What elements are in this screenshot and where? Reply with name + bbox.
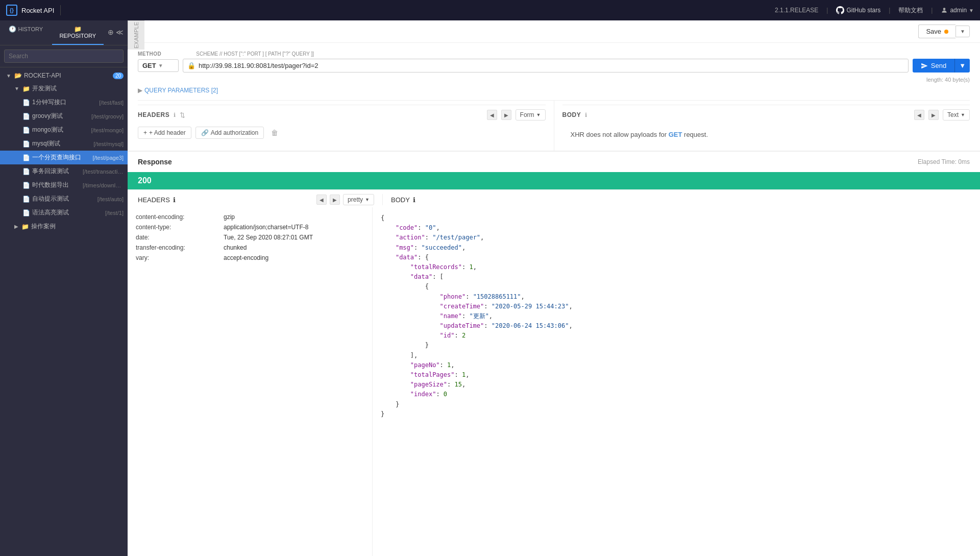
tree-root[interactable]: ▼ 📂 ROCKET-API 20: [0, 69, 128, 82]
resp-header-val-te: chunked: [224, 244, 247, 251]
tree-item-times[interactable]: 📄 时代数据导出 [/times/download]: [0, 178, 128, 192]
tab-history[interactable]: 🕐 HISTORY: [0, 20, 52, 45]
folder-icon2: 📁: [22, 85, 30, 92]
tree-item-groovy[interactable]: 📄 groovy测试 [/test/groovy]: [0, 109, 128, 123]
tree-item-pager-path: [/test/page3]: [92, 155, 124, 161]
tree-item-1min[interactable]: 📄 1分钟写接口 [/test/fast]: [0, 95, 128, 109]
save-dropdown-button[interactable]: ▼: [955, 26, 970, 37]
copy-icon[interactable]: ⊕: [108, 28, 114, 36]
tree-item-mysql-path: [/test/mysql]: [93, 141, 124, 147]
send-icon: [921, 62, 928, 69]
collapse-icon[interactable]: ≪: [116, 28, 124, 36]
body-format-select[interactable]: Text ▼: [943, 109, 970, 120]
tree-item-hl-path: [/test/1]: [105, 210, 124, 216]
status-code: 200: [138, 176, 152, 185]
add-auth-button[interactable]: 🔗 Add authorization: [195, 127, 264, 139]
response-body-title-row: BODY ℹ: [383, 194, 970, 205]
send-label: Send: [931, 62, 946, 69]
tree-item-auto[interactable]: 📄 自动提示测试 [/test/auto]: [0, 192, 128, 206]
tree-item-groovy-path: [/test/groovy]: [91, 113, 124, 119]
send-dropdown-button[interactable]: ▼: [954, 59, 970, 72]
resp-header-content-type: content-type: application/json;charset=U…: [136, 224, 364, 231]
headers-prev-arrow[interactable]: ◀: [487, 110, 497, 120]
add-header-label: + Add header: [149, 129, 186, 136]
resp-header-val-ct: application/json;charset=UTF-8: [224, 224, 308, 231]
body-info-icon[interactable]: ℹ: [585, 112, 587, 118]
method-select[interactable]: GET ▼: [138, 59, 179, 72]
github-stars[interactable]: GitHub stars: [836, 6, 880, 14]
resp-headers-format[interactable]: pretty ▼: [343, 194, 374, 205]
resp-headers-next[interactable]: ▶: [330, 195, 340, 205]
resp-headers-format-label: pretty: [348, 196, 363, 203]
file-icon7: 📄: [22, 182, 30, 189]
content-main: METHOD SCHEME // HOST [":" PORT ] [ PATH…: [128, 43, 980, 556]
github-icon: [836, 6, 844, 14]
admin-menu[interactable]: admin ▼: [941, 7, 974, 14]
sidebar-search-area: [0, 45, 128, 67]
plus-icon: +: [143, 129, 147, 136]
xhr-note: XHR does not allow payloads for GET requ…: [571, 131, 708, 138]
response-section: Response Elapsed Time: 0ms 200 HEADERS ℹ…: [128, 151, 980, 556]
user-icon: [941, 7, 948, 14]
api-count-badge: 20: [113, 72, 124, 79]
nav-divider2: |: [826, 7, 828, 14]
main-layout: 🕐 HISTORY 📁 REPOSITORY ⊕ ≪ ▼ 📂 ROCKET-AP…: [0, 20, 980, 556]
lock-icon: 🔒: [187, 62, 195, 69]
app-title: Rocket API: [21, 7, 54, 14]
tree-folder-dev[interactable]: ▼ 📁 开发测试: [0, 82, 128, 95]
body-next-arrow[interactable]: ▶: [928, 110, 939, 120]
search-input[interactable]: [4, 50, 124, 63]
tree-item-mongo[interactable]: 📄 mongo测试 [/test/mongo]: [0, 123, 128, 137]
nav-divider: [60, 5, 61, 15]
help-link[interactable]: 帮助文档: [898, 6, 923, 15]
nav-divider3: |: [889, 7, 890, 14]
add-auth-label: Add authorization: [211, 129, 258, 136]
example-tab[interactable]: EXAMPLE: [128, 20, 144, 50]
resp-headers-prev[interactable]: ◀: [316, 195, 327, 205]
sidebar: 🕐 HISTORY 📁 REPOSITORY ⊕ ≪ ▼ 📂 ROCKET-AP…: [0, 20, 128, 556]
tree-item-trans-path: [/test/transactio...]: [83, 168, 124, 175]
resp-body-info-icon[interactable]: ℹ: [413, 196, 415, 204]
resp-headers-info-icon[interactable]: ℹ: [173, 196, 176, 204]
tree-item-trans[interactable]: 📄 事务回滚测试 [/test/transactio...]: [0, 164, 128, 178]
add-header-button[interactable]: + + Add header: [138, 127, 191, 139]
query-params-row[interactable]: ▶ QUERY PARAMETERS [2]: [138, 85, 970, 96]
tree-folder-dev-label: 开发测试: [32, 84, 124, 93]
delete-headers-button[interactable]: 🗑: [268, 128, 281, 138]
url-input-wrapper: 🔒: [183, 59, 909, 72]
send-button[interactable]: Send: [913, 59, 954, 72]
github-label[interactable]: GitHub stars: [846, 7, 880, 14]
save-button[interactable]: Save: [918, 25, 955, 38]
headers-info-icon[interactable]: ℹ: [174, 112, 176, 118]
tree-item-mongo-label: mongo测试: [32, 126, 87, 134]
headers-body-row: HEADERS ℹ ⇅ ◀ ▶ Form ▼: [138, 100, 970, 151]
body-prev-arrow[interactable]: ◀: [914, 110, 924, 120]
tree-item-groovy-label: groovy测试: [32, 112, 87, 120]
headers-actions: + + Add header 🔗 Add authorization 🗑: [138, 123, 546, 143]
file-icon6: 📄: [22, 168, 30, 175]
admin-label: admin: [950, 7, 967, 14]
response-section-headers: HEADERS ℹ ◀ ▶ pretty ▼ BODY ℹ: [128, 189, 980, 207]
file-icon3: 📄: [22, 127, 30, 134]
tree-item-mysql-label: mysql测试: [32, 139, 89, 148]
url-input[interactable]: [199, 62, 904, 69]
sidebar-tree: ▼ 📂 ROCKET-API 20 ▼ 📁 开发测试 📄 1分钟写接口 [/te…: [0, 67, 128, 556]
headers-sort-icon[interactable]: ⇅: [180, 111, 185, 119]
tree-item-mysql[interactable]: 📄 mysql测试 [/test/mysql]: [0, 137, 128, 151]
resp-header-key-te: transfer-encoding:: [136, 244, 217, 251]
tree-item-pager[interactable]: 📄 一个分页查询接口 [/test/page3]: [0, 151, 128, 164]
tab-repository[interactable]: 📁 REPOSITORY: [52, 20, 104, 45]
body-panel: BODY ℹ ◀ ▶ Text ▼ XHR does not allow pay…: [554, 101, 970, 151]
request-panel: METHOD SCHEME // HOST [":" PORT ] [ PATH…: [128, 43, 980, 151]
resp-header-vary: vary: accept-encoding: [136, 254, 364, 261]
resp-header-val-vary: accept-encoding: [224, 254, 268, 261]
tree-item-pager-label: 一个分页查询接口: [32, 153, 88, 162]
tree-folder-cases[interactable]: ▶ 📁 操作案例: [0, 220, 128, 233]
tree-item-hl[interactable]: 📄 语法高亮测试 [/test/1]: [0, 206, 128, 220]
navbar-right: 2.1.1.RELEASE | GitHub stars | 帮助文档 | ad…: [775, 6, 974, 15]
body-notice-area: XHR does not allow payloads for GET requ…: [562, 123, 970, 147]
resp-format-chevron: ▼: [365, 197, 370, 202]
headers-format-select[interactable]: Form ▼: [516, 109, 546, 120]
brand: {} Rocket API: [6, 5, 54, 16]
headers-next-arrow[interactable]: ▶: [501, 110, 511, 120]
